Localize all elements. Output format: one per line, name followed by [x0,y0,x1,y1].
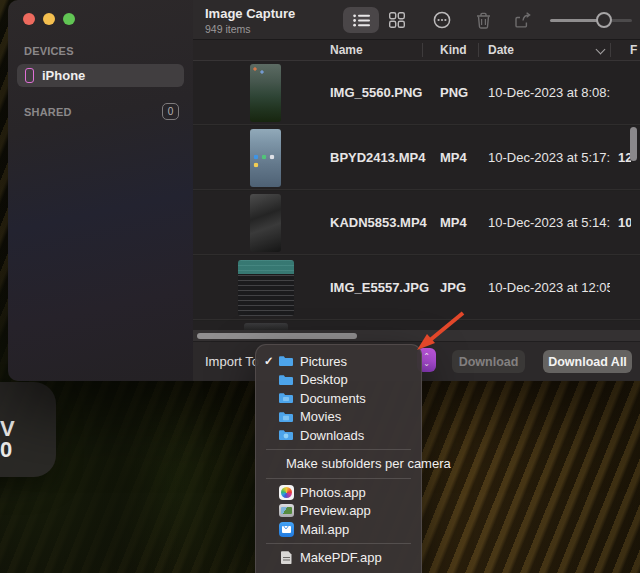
horizontal-scrollbar-thumb[interactable] [197,333,357,339]
import-to-menu: ✓ Pictures Desktop Documents Movies Down… [255,344,422,573]
trash-icon [476,12,491,29]
table-row[interactable]: IMG_5560.PNG PNG 10-Dec-2023 at 8:08:2… [193,61,640,125]
column-divider[interactable] [610,43,611,57]
list-view-button[interactable] [343,7,379,33]
file-date: 10-Dec-2023 at 5:17:28… [488,150,610,165]
menu-item-movies[interactable]: Movies [256,408,421,427]
folder-icon [278,355,294,367]
widget-partial-text: V 0 [0,418,15,460]
share-icon [514,12,531,29]
delete-button[interactable] [470,7,496,33]
file-thumbnail [238,260,294,316]
image-capture-window: DEVICES iPhone SHARED 0 Image Capture 94… [8,0,640,381]
grid-view-button[interactable] [384,7,410,33]
file-kind: JPG [440,280,466,295]
document-app-icon [278,551,294,564]
file-thumbnail [250,194,281,252]
window-controls [8,0,193,25]
menu-item-photos-app[interactable]: Photos.app [256,483,421,502]
file-date: 10-Dec-2023 at 12:05:2… [488,280,610,295]
menu-item-makepdf-app[interactable]: MakePDF.app [256,549,421,568]
grid-view-icon [389,12,405,28]
column-header-partial: F [630,43,637,57]
table-row[interactable]: KADN5853.MP4 MP4 10-Dec-2023 at 5:14:03…… [193,191,640,255]
sort-chevron-down-icon [597,46,605,54]
file-thumbnail [244,323,288,330]
file-thumbnail [250,129,281,187]
file-kind: MP4 [440,215,467,230]
folder-icon [278,411,294,423]
menu-item-make-subfolders[interactable]: Make subfolders per camera [256,455,421,474]
file-kind: MP4 [440,150,467,165]
preview-app-icon [278,504,294,517]
table-row[interactable]: BPYD2413.MP4 MP4 10-Dec-2023 at 5:17:28…… [193,126,640,190]
file-thumbnail [250,64,281,122]
table-row-partial[interactable] [193,321,640,330]
popup-arrows-icon: ⌃⌄ [423,353,430,367]
device-name: iPhone [42,68,85,83]
toolbar: Image Capture 949 items [193,0,640,40]
share-button[interactable] [509,7,535,33]
file-name: BPYD2413.MP4 [330,150,425,165]
window-title: Image Capture [205,6,295,21]
download-button[interactable]: Download [452,350,525,373]
checkmark-icon: ✓ [264,354,278,368]
item-count: 949 items [205,23,295,35]
desktop: { "window": { "title": "Image Capture", … [0,0,640,573]
horizontal-scrollbar[interactable] [193,330,640,341]
more-options-button[interactable] [429,7,455,33]
close-button[interactable] [23,13,35,25]
menu-separator [266,543,411,544]
file-date: 10-Dec-2023 at 8:08:2… [488,85,610,100]
slider-knob[interactable] [596,12,612,28]
column-divider[interactable] [422,43,423,57]
mail-app-icon [278,522,294,537]
file-size-partial: 10 [618,215,631,230]
download-all-button[interactable]: Download All [543,350,632,373]
table-row[interactable]: IMG_E5557.JPG JPG 10-Dec-2023 at 12:05:2… [193,256,640,320]
shared-count-badge: 0 [162,103,179,120]
minimize-button[interactable] [43,13,55,25]
iphone-icon [25,68,34,83]
sidebar: DEVICES iPhone SHARED 0 [8,0,193,381]
zoom-button[interactable] [63,13,75,25]
file-date: 10-Dec-2023 at 5:14:03… [488,215,610,230]
file-name: KADN5853.MP4 [330,215,427,230]
file-kind: PNG [440,85,468,100]
list-view-icon [353,14,370,27]
ellipsis-circle-icon [433,11,451,29]
folder-icon [278,429,294,441]
file-list: IMG_5560.PNG PNG 10-Dec-2023 at 8:08:2… … [193,61,640,330]
folder-icon [278,392,294,404]
vertical-scrollbar-thumb[interactable] [630,127,637,161]
menu-item-documents[interactable]: Documents [256,389,421,408]
content-pane: Image Capture 949 items [193,0,640,381]
menu-item-preview-app[interactable]: Preview.app [256,502,421,521]
table-header: Name Kind Date F [193,40,640,61]
menu-separator [266,478,411,479]
menu-item-desktop[interactable]: Desktop [256,371,421,390]
shared-section-label: SHARED [24,106,72,118]
thumbnail-zoom-slider[interactable] [550,12,632,28]
photos-app-icon [278,485,294,500]
file-name: IMG_5560.PNG [330,85,423,100]
menu-item-mail-app[interactable]: Mail.app [256,520,421,539]
column-header-kind[interactable]: Kind [440,43,467,57]
menu-item-pictures[interactable]: ✓ Pictures [256,352,421,371]
column-header-name[interactable]: Name [330,43,363,57]
sidebar-item-iphone[interactable]: iPhone [17,64,184,87]
import-to-label: Import To [205,354,259,369]
folder-icon [278,374,294,386]
devices-section-label: DEVICES [24,45,193,57]
column-header-date[interactable]: Date [488,43,514,57]
column-divider[interactable] [478,43,479,57]
menu-separator [266,449,411,450]
menu-item-downloads[interactable]: Downloads [256,426,421,445]
file-name: IMG_E5557.JPG [330,280,429,295]
desktop-widget: V 0 [0,382,56,477]
